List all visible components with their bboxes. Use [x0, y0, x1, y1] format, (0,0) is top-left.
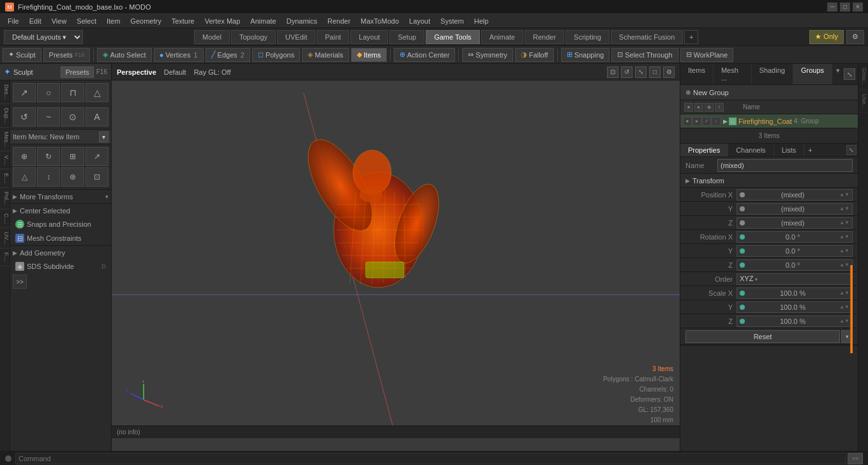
transform-btn-4[interactable]: ↗ [86, 147, 108, 166]
gh-lock-icon[interactable]: ▸ [694, 103, 703, 112]
scale-y-up[interactable]: ▲ [839, 304, 844, 310]
minimize-button[interactable]: ─ [827, 3, 837, 11]
symmetry-button[interactable]: ⇔ Symmetry [462, 48, 513, 62]
rotation-y-down[interactable]: ▼ [844, 248, 849, 254]
rotation-x-down[interactable]: ▼ [844, 234, 849, 240]
vp-fullscreen-button[interactable]: ⤡ [635, 66, 647, 78]
gh-select-icon[interactable]: i [715, 103, 724, 112]
position-x-input[interactable]: (mixed) ▲ ▼ [737, 189, 853, 201]
transform-btn-2[interactable]: ↻ [37, 147, 60, 166]
add-tab-button[interactable]: + [684, 30, 698, 44]
tool-btn-1[interactable]: ↗ [13, 83, 36, 102]
side-tab-uv[interactable]: UV... [0, 228, 10, 248]
tab-groups[interactable]: Groups [793, 64, 832, 84]
tab-layout[interactable]: Layout [350, 30, 388, 44]
menu-render[interactable]: Render [322, 14, 355, 28]
tab-setup[interactable]: Setup [389, 30, 424, 44]
viewport[interactable]: Perspective Default Ray GL: Off ⊡ ↺ ⤡ □ … [112, 64, 680, 451]
scale-z-down[interactable]: ▼ [844, 318, 849, 324]
tool-btn-4[interactable]: △ [86, 83, 108, 102]
presets-button[interactable]: Presets F16 [43, 48, 91, 62]
position-x-up[interactable]: ▲ [839, 192, 844, 197]
menu-texture[interactable]: Texture [167, 14, 200, 28]
scale-x-up[interactable]: ▲ [839, 290, 844, 296]
right-expand-button[interactable]: ⤡ [844, 68, 855, 80]
sds-subdivide-item[interactable]: ◈ SDS Subdivide D [10, 259, 111, 273]
tab-topology[interactable]: Topology [231, 30, 276, 44]
rsl-use[interactable]: Use... [858, 90, 868, 114]
tool-btn-5[interactable]: ↺ [13, 107, 36, 126]
position-z-down[interactable]: ▼ [844, 220, 849, 225]
rotation-x-up[interactable]: ▲ [839, 234, 844, 240]
reset-button[interactable]: Reset [685, 330, 840, 343]
transform-btn-5[interactable]: △ [13, 167, 36, 187]
position-z-up[interactable]: ▲ [839, 220, 844, 225]
rotation-y-up[interactable]: ▲ [839, 248, 844, 254]
tool-btn-3[interactable]: ⊓ [61, 83, 84, 102]
add-geometry-row[interactable]: ▶ Add Geometry [10, 245, 111, 259]
order-select[interactable]: XYZ ▾ [737, 273, 853, 285]
item-menu-arrow-button[interactable]: ▾ [99, 132, 108, 142]
props-tab-lists[interactable]: Lists [774, 144, 805, 156]
position-y-up[interactable]: ▲ [839, 206, 844, 211]
viewport-default-label[interactable]: Default [164, 68, 186, 76]
transform-btn-8[interactable]: ⊡ [86, 167, 108, 187]
tab-items[interactable]: Items [680, 64, 714, 84]
rsl-grou[interactable]: Grou... [858, 64, 868, 90]
menu-max-to-modo[interactable]: MaxToModo [355, 14, 404, 28]
command-input[interactable] [15, 453, 846, 464]
side-tab-v[interactable]: V.... [0, 151, 10, 169]
gear-button[interactable]: ⚙ [846, 30, 864, 44]
menu-item[interactable]: Item [101, 14, 125, 28]
scale-y-input[interactable]: 100.0 % ▲ ▼ [737, 301, 853, 313]
action-center-button[interactable]: ⊕ Action Center [394, 48, 456, 62]
transform-btn-1[interactable]: ⊕ [13, 147, 36, 166]
right-tabs-arrow[interactable]: ▾ [832, 64, 844, 84]
props-name-input[interactable] [717, 159, 853, 172]
viewport-canvas[interactable]: 3 Items Polygons : Catmull-Clark Channel… [112, 80, 680, 438]
rotation-x-input[interactable]: 0.0 ° ▲ ▼ [737, 231, 853, 243]
gr-eye-icon[interactable]: ● [683, 117, 692, 126]
tab-animate[interactable]: Animate [481, 30, 523, 44]
edges-button[interactable]: ╱ Edges 2 [206, 48, 250, 62]
gr-check-icon[interactable]: ✓ [702, 117, 711, 126]
tool-btn-8[interactable]: A [86, 107, 108, 126]
group-list-row[interactable]: ● ▸ ✓ i ▶ G Firefighting_Coat 4 : Group [680, 114, 858, 128]
props-tab-channels[interactable]: Channels [728, 144, 774, 156]
position-z-input[interactable]: (mixed) ▲ ▼ [737, 217, 853, 229]
falloff-button[interactable]: ◑ Falloff [515, 48, 554, 62]
tab-uvedit[interactable]: UVEdit [277, 30, 315, 44]
star-only-button[interactable]: ★ Only [809, 30, 844, 44]
side-tab-c[interactable]: C.... [0, 210, 10, 229]
props-tab-properties[interactable]: Properties [680, 144, 728, 156]
tool-btn-2[interactable]: ○ [37, 83, 60, 102]
viewport-perspective-label[interactable]: Perspective [117, 68, 156, 76]
tab-shading[interactable]: Shading [752, 64, 793, 84]
tab-paint[interactable]: Paint [317, 30, 349, 44]
position-x-down[interactable]: ▼ [844, 192, 849, 197]
scale-y-down[interactable]: ▼ [844, 304, 849, 310]
select-through-button[interactable]: ⊡ Select Through [611, 48, 678, 62]
menu-vertex-map[interactable]: Vertex Map [200, 14, 246, 28]
menu-animate[interactable]: Animate [245, 14, 281, 28]
transform-btn-6[interactable]: ↕ [37, 167, 60, 187]
tab-game-tools[interactable]: Game Tools [426, 30, 480, 44]
command-go-button[interactable]: >> [848, 453, 863, 464]
menu-geometry[interactable]: Geometry [125, 14, 166, 28]
rotation-z-input[interactable]: 0.0 ° ▲ ▼ [737, 259, 853, 271]
transform-btn-3[interactable]: ⊞ [61, 147, 84, 166]
snaps-precision-item[interactable]: ⊞ Snaps and Precision [10, 217, 111, 231]
transform-btn-7[interactable]: ⊛ [61, 167, 84, 187]
maximize-button[interactable]: □ [840, 3, 850, 11]
layout-dropdown[interactable]: Default Layouts ▾ [4, 30, 83, 44]
side-tab-pol[interactable]: Pol... [0, 188, 10, 210]
menu-select[interactable]: Select [71, 14, 101, 28]
position-y-input[interactable]: (mixed) ▲ ▼ [737, 203, 853, 215]
props-tab-plus[interactable]: + [804, 144, 816, 156]
menu-layout[interactable]: Layout [404, 14, 435, 28]
tab-schematic-fusion[interactable]: Schematic Fusion [611, 30, 683, 44]
rotation-y-input[interactable]: 0.0 ° ▲ ▼ [737, 245, 853, 257]
center-selected-row[interactable]: ▶ Center Selected [10, 203, 111, 217]
close-button[interactable]: × [853, 3, 863, 11]
gr-info-icon[interactable]: i [712, 117, 721, 126]
